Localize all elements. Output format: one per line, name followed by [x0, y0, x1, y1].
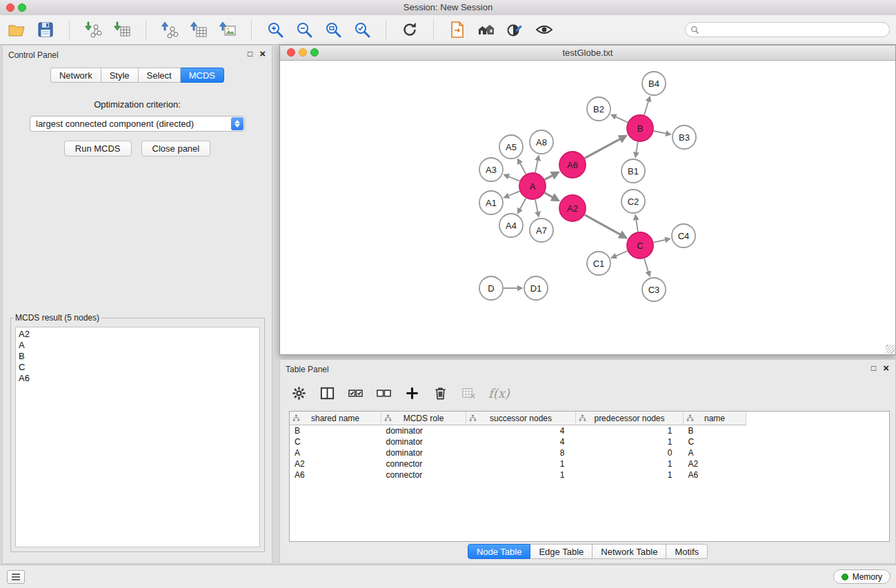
new-table-button[interactable]: [188, 19, 210, 41]
graph-node-A8[interactable]: A8: [530, 130, 553, 154]
graph-node-C2[interactable]: C2: [621, 190, 645, 213]
table-cell[interactable]: 1: [576, 458, 684, 469]
graph-node-B[interactable]: B: [627, 115, 653, 141]
zoom-selected-button[interactable]: [351, 19, 373, 41]
function-builder-button[interactable]: f(x): [487, 383, 511, 403]
float-table-panel-button[interactable]: □: [871, 363, 876, 373]
run-mcds-button[interactable]: Run MCDS: [64, 141, 132, 156]
column-header-name[interactable]: name: [684, 412, 746, 425]
zoom-fit-button[interactable]: [322, 19, 344, 41]
table-cell[interactable]: connector: [381, 458, 466, 469]
table-tab-node-table[interactable]: Node Table: [468, 544, 531, 559]
graph-edge-C-C2[interactable]: [636, 220, 638, 232]
table-cell[interactable]: 4: [466, 436, 576, 447]
search-box[interactable]: [685, 22, 890, 37]
graph-edge-A-A4[interactable]: [520, 199, 526, 210]
column-header-MCDS-role[interactable]: MCDS role: [381, 412, 466, 425]
delete-button[interactable]: [430, 383, 450, 403]
deselect-all-button[interactable]: [374, 383, 393, 403]
graph-edge-A-A7[interactable]: [535, 200, 538, 212]
graph-edge-B-B3[interactable]: [654, 131, 666, 134]
table-cell[interactable]: connector: [381, 469, 466, 480]
graph-edge-A6-B[interactable]: [585, 139, 620, 159]
columns-button[interactable]: [317, 383, 337, 403]
result-item-c[interactable]: C: [19, 362, 257, 373]
open-report-button[interactable]: [446, 19, 468, 41]
import-table-button[interactable]: [111, 19, 133, 41]
table-cell[interactable]: A: [290, 447, 381, 458]
table-cell[interactable]: B: [684, 425, 746, 437]
graph-edge-A-A2[interactable]: [545, 193, 553, 197]
table-tab-motifs[interactable]: Motifs: [666, 544, 708, 559]
resize-grip[interactable]: [886, 345, 895, 354]
tab-style[interactable]: Style: [101, 68, 139, 83]
close-panel-action-button[interactable]: Close panel: [141, 141, 211, 156]
graph-node-D[interactable]: D: [479, 276, 503, 300]
graph-node-A5[interactable]: A5: [499, 135, 523, 159]
table-cell[interactable]: C: [684, 436, 746, 447]
column-header-predecessor-nodes[interactable]: predecessor nodes: [576, 412, 684, 425]
graph-node-B2[interactable]: B2: [587, 97, 610, 121]
network-zoom-button[interactable]: [310, 48, 319, 57]
new-network-button[interactable]: [159, 19, 181, 41]
table-cell[interactable]: A6: [684, 469, 746, 480]
graph-node-B1[interactable]: B1: [621, 159, 645, 183]
graph-edge-C-C4[interactable]: [654, 240, 666, 243]
graph-node-C4[interactable]: C4: [672, 224, 695, 247]
graph-node-A3[interactable]: A3: [479, 158, 503, 181]
table-row-a[interactable]: Adominator80A: [290, 447, 746, 458]
graph-edge-A-A6[interactable]: [545, 176, 552, 180]
table-row-a6[interactable]: A6connector11A6: [290, 469, 746, 480]
tab-select[interactable]: Select: [139, 68, 181, 83]
select-all-button[interactable]: [346, 383, 365, 403]
table-cell[interactable]: 1: [576, 425, 684, 437]
graph-edge-C-C1[interactable]: [616, 251, 628, 256]
table-cell[interactable]: A6: [290, 469, 381, 480]
table-cell[interactable]: 8: [466, 447, 576, 458]
graph-node-C[interactable]: C: [627, 232, 653, 258]
tab-network[interactable]: Network: [50, 68, 101, 83]
zoom-window-button[interactable]: [18, 3, 26, 12]
table-cell[interactable]: dominator: [381, 436, 466, 447]
table-cell[interactable]: 1: [466, 458, 576, 469]
column-header-shared-name[interactable]: shared name: [290, 412, 381, 425]
close-panel-button[interactable]: ×: [259, 49, 266, 59]
graph-edge-A-A5[interactable]: [520, 163, 526, 174]
graph-edge-B-B2[interactable]: [616, 116, 628, 122]
network-minimize-button[interactable]: [299, 48, 307, 57]
import-network-button[interactable]: [82, 19, 104, 41]
table-cell[interactable]: 1: [576, 469, 684, 480]
float-panel-button[interactable]: □: [248, 49, 252, 59]
table-cell[interactable]: 1: [576, 436, 684, 447]
mcds-result-list[interactable]: A2ABCA6: [15, 327, 260, 547]
graph-node-B4[interactable]: B4: [642, 72, 666, 95]
column-header-successor-nodes[interactable]: successor nodes: [466, 412, 576, 425]
destroy-table-button[interactable]: [459, 383, 478, 403]
table-cell[interactable]: dominator: [381, 425, 466, 437]
result-item-a6[interactable]: A6: [19, 373, 257, 384]
add-button[interactable]: [402, 383, 421, 403]
graph-node-B3[interactable]: B3: [673, 125, 696, 149]
table-tab-edge-table[interactable]: Edge Table: [530, 544, 593, 559]
graph-edge-A-A1[interactable]: [508, 191, 519, 196]
close-table-panel-button[interactable]: ×: [883, 363, 889, 373]
zoom-out-button[interactable]: [293, 19, 315, 41]
network-close-button[interactable]: [287, 48, 295, 57]
graph-node-A6[interactable]: A6: [559, 152, 586, 178]
graph-node-C1[interactable]: C1: [587, 252, 610, 275]
table-cell[interactable]: A2: [290, 458, 381, 469]
graph-node-A1[interactable]: A1: [479, 191, 503, 214]
table-row-b[interactable]: Bdominator41B: [290, 425, 746, 437]
graph-node-A4[interactable]: A4: [499, 214, 523, 237]
graph-edge-B-B1[interactable]: [636, 142, 638, 153]
table-cell[interactable]: dominator: [381, 447, 466, 458]
open-file-button[interactable]: [6, 19, 28, 41]
network-window-titlebar[interactable]: testGlobe.txt: [280, 45, 895, 61]
refresh-layout-button[interactable]: [399, 19, 421, 41]
optimization-dropdown[interactable]: largest connected component (directed): [30, 116, 245, 132]
network-graph[interactable]: B4B2BB3A5A8A6B1A3AC2A1A2A4A7C4CC1DD1C3: [281, 60, 895, 354]
settings-button[interactable]: [289, 383, 308, 403]
table-tab-network-table[interactable]: Network Table: [593, 544, 666, 559]
memory-button[interactable]: Memory: [833, 569, 890, 584]
graph-edge-A-A8[interactable]: [535, 161, 538, 173]
